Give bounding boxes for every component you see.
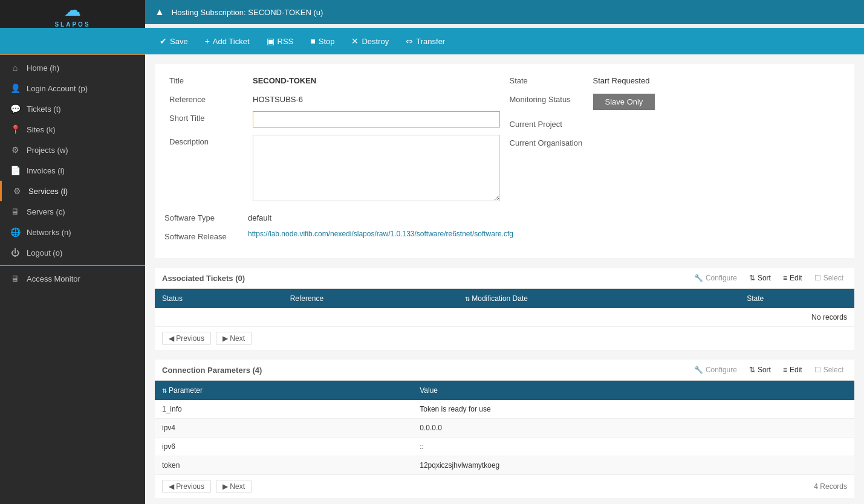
- col-reference[interactable]: Reference: [283, 289, 458, 308]
- tickets-icon: 💬: [10, 104, 21, 114]
- col-value[interactable]: Value: [412, 381, 854, 400]
- select-icon: ☐: [814, 274, 821, 282]
- current-project-label: Current Project: [510, 117, 588, 129]
- sidebar-item-servers[interactable]: 🖥 Servers (c): [0, 201, 145, 222]
- connection-select-button[interactable]: ☐ Select: [811, 364, 847, 375]
- save-icon: ✔: [160, 36, 167, 46]
- value-cell: 12pqxiczsjhvlwamytkoeg: [412, 456, 854, 475]
- select-icon2: ☐: [814, 366, 821, 374]
- description-label: Description: [169, 135, 248, 146]
- col-status[interactable]: Status: [155, 289, 283, 308]
- description-textarea[interactable]: [253, 135, 500, 201]
- transfer-icon: ⇔: [406, 36, 413, 46]
- col-parameter[interactable]: ⇅Parameter: [155, 381, 412, 400]
- sidebar-item-services[interactable]: ⚙ Services (l): [0, 181, 145, 201]
- connection-next-button[interactable]: ▶ Next: [216, 480, 252, 493]
- state-value: Start Requested: [593, 74, 840, 85]
- connection-edit-button[interactable]: ≡ Edit: [779, 364, 806, 375]
- monitoring-status-label: Monitoring Status: [510, 92, 588, 104]
- tickets-edit-button[interactable]: ≡ Edit: [779, 273, 806, 283]
- logo-text: SLAPOS: [54, 21, 90, 28]
- current-organisation-label: Current Organisation: [510, 136, 588, 147]
- sidebar-item-access-monitor[interactable]: 🖥 Access Monitor: [0, 268, 145, 289]
- value-cell: ::: [412, 438, 854, 456]
- add-ticket-button[interactable]: + Add Ticket: [198, 33, 257, 50]
- software-type-value: default: [248, 211, 845, 222]
- software-release-label: Software Release: [164, 230, 243, 241]
- save-button[interactable]: ✔ Save: [152, 33, 195, 50]
- short-title-label: Short Title: [169, 111, 248, 123]
- breadcrumb: Hosting Subscription: SECOND-TOKEN (u): [172, 8, 323, 17]
- col-state[interactable]: State: [739, 289, 854, 308]
- tickets-configure-button[interactable]: 🔧 Configure: [690, 273, 741, 283]
- logo-icon: ☁: [54, 0, 90, 20]
- sidebar-item-tickets[interactable]: 💬 Tickets (t): [0, 99, 145, 119]
- tickets-next-button[interactable]: ▶ Next: [216, 332, 252, 345]
- sidebar-item-login-account[interactable]: 👤 Login Account (p): [0, 78, 145, 99]
- reference-value: HOSTSUBS-6: [253, 92, 500, 104]
- reference-label: Reference: [169, 92, 248, 104]
- current-project-value: [593, 117, 840, 120]
- stop-button[interactable]: ■ Stop: [303, 33, 342, 50]
- connection-configure-button[interactable]: 🔧 Configure: [690, 364, 741, 375]
- monitor-icon: 🖥: [10, 274, 21, 283]
- sort-icon2: ⇅: [749, 366, 755, 374]
- no-records: No records: [155, 308, 854, 327]
- short-title-input[interactable]: [253, 111, 500, 128]
- sidebar-item-home[interactable]: ⌂ Home (h): [0, 57, 145, 78]
- destroy-button[interactable]: ✕ Destroy: [344, 33, 396, 50]
- configure-icon2: 🔧: [694, 366, 703, 374]
- table-row: 1_infoToken is ready for use: [155, 400, 854, 419]
- home-icon: ⌂: [10, 63, 21, 73]
- sidebar: ⌂ Home (h) 👤 Login Account (p) 💬 Tickets…: [0, 54, 145, 504]
- rss-icon: ▣: [267, 36, 274, 46]
- transfer-button[interactable]: ⇔ Transfer: [398, 33, 452, 50]
- sidebar-item-sites[interactable]: 📍 Sites (k): [0, 119, 145, 140]
- software-type-label: Software Type: [164, 211, 243, 222]
- tickets-prev-button[interactable]: ◀ Previous: [162, 332, 211, 345]
- connection-table-actions: 🔧 Configure ⇅ Sort ≡ Edit ☐ Select: [690, 364, 847, 375]
- connection-pagination: ◀ Previous ▶ Next 4 Records: [155, 475, 854, 498]
- configure-icon: 🔧: [694, 274, 703, 282]
- stop-icon: ■: [310, 36, 315, 46]
- param-cell: ipv6: [155, 438, 412, 456]
- value-cell: 0.0.0.0: [412, 419, 854, 438]
- up-arrow-icon: ▲: [155, 7, 164, 18]
- destroy-icon: ✕: [351, 36, 359, 46]
- user-icon: 👤: [10, 83, 21, 93]
- table-row: token12pqxiczsjhvlwamytkoeg: [155, 456, 854, 475]
- form-section: Title SECOND-TOKEN Reference HOSTSUBS-6 …: [155, 64, 854, 258]
- services-icon: ⚙: [11, 186, 22, 196]
- col-modification-date[interactable]: ⇅Modification Date: [458, 289, 739, 308]
- connection-table-section: Connection Parameters (4) 🔧 Configure ⇅ …: [155, 360, 854, 498]
- rss-button[interactable]: ▣ RSS: [259, 33, 301, 50]
- connection-prev-button[interactable]: ◀ Previous: [162, 480, 211, 493]
- sidebar-item-networks[interactable]: 🌐 Networks (n): [0, 222, 145, 242]
- param-cell: 1_info: [155, 400, 412, 419]
- tickets-pagination: ◀ Previous ▶ Next: [155, 327, 854, 350]
- action-bar: ✔ Save + Add Ticket ▣ RSS ■ Stop ✕ Destr…: [0, 28, 864, 54]
- top-bar: ▲ Hosting Subscription: SECOND-TOKEN (u): [145, 0, 864, 24]
- title-value: SECOND-TOKEN: [253, 74, 500, 85]
- title-label: Title: [169, 74, 248, 85]
- table-row: ipv40.0.0.0: [155, 419, 854, 438]
- logo-area: ☁ SLAPOS: [0, 0, 145, 28]
- software-release-link[interactable]: https://lab.node.vifib.com/nexedi/slapos…: [248, 230, 513, 238]
- value-cell: Token is ready for use: [412, 400, 854, 419]
- networks-icon: 🌐: [10, 227, 21, 237]
- tickets-table-header: Associated Tickets (0) 🔧 Configure ⇅ Sor…: [155, 268, 854, 289]
- monitoring-status-button[interactable]: Slave Only: [593, 94, 655, 110]
- sidebar-item-logout[interactable]: ⏻ Logout (o): [0, 242, 145, 263]
- param-cell: ipv4: [155, 419, 412, 438]
- tickets-table-section: Associated Tickets (0) 🔧 Configure ⇅ Sor…: [155, 268, 854, 350]
- sidebar-item-invoices[interactable]: 📄 Invoices (i): [0, 160, 145, 181]
- connection-table: ⇅Parameter Value 1_infoToken is ready fo…: [155, 381, 854, 475]
- sidebar-item-projects[interactable]: ⚙ Projects (w): [0, 140, 145, 160]
- param-cell: token: [155, 456, 412, 475]
- connection-sort-button[interactable]: ⇅ Sort: [745, 364, 775, 375]
- tickets-sort-button[interactable]: ⇅ Sort: [745, 273, 775, 283]
- table-row: ipv6::: [155, 438, 854, 456]
- add-ticket-icon: +: [205, 36, 210, 46]
- servers-icon: 🖥: [10, 207, 21, 216]
- tickets-select-button[interactable]: ☐ Select: [811, 273, 847, 283]
